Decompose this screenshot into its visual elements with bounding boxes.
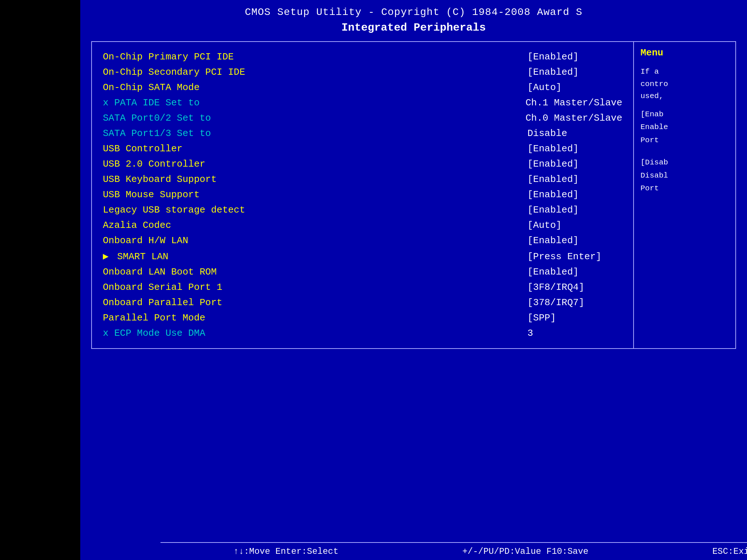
bios-value-onboard-lan-boot[interactable]: [Enabled] (527, 267, 622, 277)
bios-label-usb-mouse: USB Mouse Support (103, 189, 527, 200)
bios-screen: CMOS Setup Utility - Copyright (C) 1984-… (80, 0, 747, 560)
sidebar-options1: [Enab Enable Port (640, 108, 729, 147)
bios-row-on-chip-sata[interactable]: On-Chip SATA Mode[Auto] (103, 80, 622, 95)
bios-label-sata-port02: SATA Port0/2 Set to (103, 113, 526, 124)
sidebar-menu-label: Menu (640, 47, 729, 58)
content-panel: On-Chip Primary PCI IDE[Enabled]On-Chip … (91, 41, 634, 349)
arrow-icon: ▶ (103, 251, 114, 262)
bios-row-on-chip-primary[interactable]: On-Chip Primary PCI IDE[Enabled] (103, 49, 622, 65)
bios-value-onboard-hw-lan[interactable]: [Enabled] (527, 235, 622, 246)
bios-row-pata-ide[interactable]: x PATA IDE Set toCh.1 Master/Slave (103, 95, 622, 110)
bottom-bar: ↑↓:Move Enter:Select +/-/PU/PD:Value F10… (160, 542, 747, 560)
bios-row-sata-port02[interactable]: SATA Port0/2 Set toCh.0 Master/Slave (103, 110, 622, 126)
title-bar: CMOS Setup Utility - Copyright (C) 1984-… (80, 0, 747, 22)
title-text: CMOS Setup Utility - Copyright (C) 1984-… (245, 7, 582, 18)
bios-row-onboard-hw-lan[interactable]: Onboard H/W LAN[Enabled] (103, 233, 622, 248)
bios-value-on-chip-primary[interactable]: [Enabled] (527, 51, 622, 62)
sidebar-panel: Menu If a contro used, [Enab Enable Port… (634, 41, 736, 349)
bios-label-onboard-serial: Onboard Serial Port 1 (103, 282, 527, 293)
bios-label-usb-keyboard: USB Keyboard Support (103, 174, 527, 185)
bios-label-onboard-hw-lan: Onboard H/W LAN (103, 235, 527, 246)
bios-row-onboard-parallel[interactable]: Onboard Parallel Port[378/IRQ7] (103, 295, 622, 310)
bios-row-azalia-codec[interactable]: Azalia Codec[Auto] (103, 218, 622, 233)
bios-value-usb2-controller[interactable]: [Enabled] (527, 159, 622, 170)
bios-row-usb-keyboard[interactable]: USB Keyboard Support[Enabled] (103, 172, 622, 187)
bios-label-ecp-mode: x ECP Mode Use DMA (103, 328, 527, 339)
bottom-nav: ↑↓:Move Enter:Select (233, 547, 338, 556)
sidebar-options2: [Disab Disabl Port (640, 156, 729, 195)
bios-label-onboard-lan-boot: Onboard LAN Boot ROM (103, 267, 527, 277)
bios-label-parallel-mode: Parallel Port Mode (103, 312, 527, 323)
bios-row-legacy-usb[interactable]: Legacy USB storage detect[Enabled] (103, 202, 622, 218)
bios-value-azalia-codec[interactable]: [Auto] (527, 220, 622, 231)
bios-label-pata-ide: x PATA IDE Set to (103, 97, 526, 108)
bios-label-legacy-usb: Legacy USB storage detect (103, 205, 527, 215)
bios-value-sata-port02[interactable]: Ch.0 Master/Slave (526, 113, 622, 124)
bios-value-smart-lan[interactable]: [Press Enter] (527, 251, 622, 262)
bios-label-sata-port13: SATA Port1/3 Set to (103, 128, 527, 139)
bios-value-ecp-mode[interactable]: 3 (527, 328, 622, 339)
bios-value-onboard-serial[interactable]: [3F8/IRQ4] (527, 282, 622, 293)
bios-value-on-chip-secondary[interactable]: [Enabled] (527, 67, 622, 78)
bios-row-onboard-serial[interactable]: Onboard Serial Port 1[3F8/IRQ4] (103, 280, 622, 295)
bios-value-legacy-usb[interactable]: [Enabled] (527, 205, 622, 215)
bios-row-onboard-lan-boot[interactable]: Onboard LAN Boot ROM[Enabled] (103, 264, 622, 280)
bios-label-on-chip-sata: On-Chip SATA Mode (103, 82, 527, 93)
bottom-value: +/-/PU/PD:Value F10:Save (462, 547, 589, 556)
bios-row-ecp-mode[interactable]: x ECP Mode Use DMA3 (103, 326, 622, 341)
bios-label-usb2-controller: USB 2.0 Controller (103, 159, 527, 170)
subtitle: Integrated Peripherals (80, 22, 747, 34)
bottom-esc: ESC:Exit (712, 547, 747, 556)
bios-value-usb-mouse[interactable]: [Enabled] (527, 189, 622, 200)
bios-label-usb-controller: USB Controller (103, 143, 527, 154)
bios-row-usb-controller[interactable]: USB Controller[Enabled] (103, 141, 622, 156)
black-border (0, 0, 80, 560)
bios-row-on-chip-secondary[interactable]: On-Chip Secondary PCI IDE[Enabled] (103, 65, 622, 80)
sidebar-line1: If a contro used, (640, 66, 729, 102)
bios-row-usb-mouse[interactable]: USB Mouse Support[Enabled] (103, 187, 622, 202)
main-area: On-Chip Primary PCI IDE[Enabled]On-Chip … (80, 41, 747, 349)
bios-label-azalia-codec: Azalia Codec (103, 220, 527, 231)
bios-label-on-chip-secondary: On-Chip Secondary PCI IDE (103, 67, 527, 78)
bios-label-onboard-parallel: Onboard Parallel Port (103, 297, 527, 308)
bios-label-on-chip-primary: On-Chip Primary PCI IDE (103, 51, 527, 62)
bios-row-sata-port13[interactable]: SATA Port1/3 Set toDisable (103, 126, 622, 141)
bios-value-on-chip-sata[interactable]: [Auto] (527, 82, 622, 93)
bios-row-usb2-controller[interactable]: USB 2.0 Controller[Enabled] (103, 156, 622, 172)
bios-value-usb-controller[interactable]: [Enabled] (527, 143, 622, 154)
bios-row-parallel-mode[interactable]: Parallel Port Mode[SPP] (103, 310, 622, 326)
bios-value-sata-port13[interactable]: Disable (527, 128, 622, 139)
bios-label-smart-lan: ▶ SMART LAN (103, 250, 527, 262)
bios-value-pata-ide[interactable]: Ch.1 Master/Slave (526, 97, 622, 108)
bios-row-smart-lan[interactable]: ▶ SMART LAN[Press Enter] (103, 248, 622, 264)
highlighted-value: Enabled (533, 51, 573, 62)
bios-value-usb-keyboard[interactable]: [Enabled] (527, 174, 622, 185)
bios-value-onboard-parallel[interactable]: [378/IRQ7] (527, 297, 622, 308)
bios-value-parallel-mode[interactable]: [SPP] (527, 312, 622, 323)
